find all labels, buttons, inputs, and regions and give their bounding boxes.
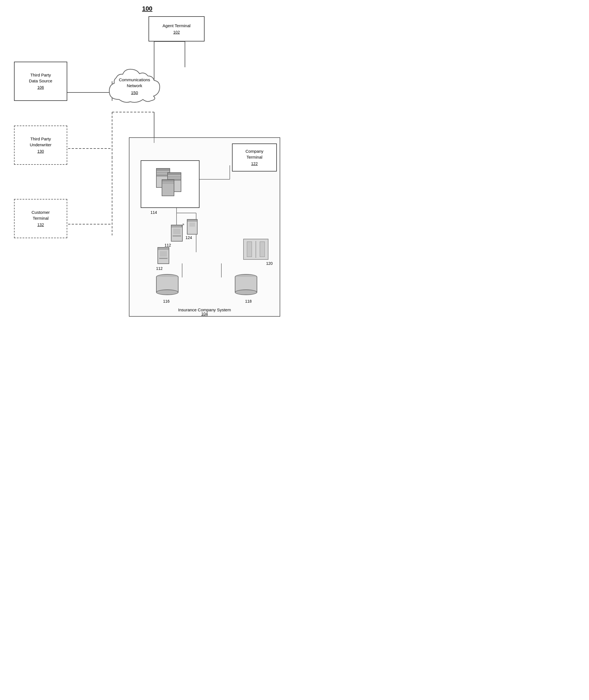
agent-terminal-ref: 102 bbox=[173, 30, 180, 35]
agent-terminal-label: Agent Terminal bbox=[163, 23, 191, 29]
node-112b-icon bbox=[158, 247, 169, 264]
database-118-ref-label: 118 bbox=[245, 299, 252, 304]
arrow-124: ↗ bbox=[180, 222, 185, 228]
third-party-underwriter-ref: 130 bbox=[37, 149, 44, 154]
company-terminal-box: CompanyTerminal 122 bbox=[232, 144, 277, 172]
third-party-data-source-ref: 106 bbox=[37, 85, 44, 91]
communications-network-cloud: Communications Network 150 bbox=[104, 63, 165, 109]
third-party-data-source-label: Third PartyData Source bbox=[29, 72, 52, 84]
database-118 bbox=[235, 274, 257, 295]
database-116-ref-label: 116 bbox=[163, 299, 170, 304]
node-112b-ref-label: 112 bbox=[156, 266, 163, 271]
company-terminal-label: CompanyTerminal bbox=[245, 148, 263, 160]
agent-terminal-box: Agent Terminal 102 bbox=[149, 16, 205, 41]
customer-terminal-box: CustomerTerminal 132 bbox=[14, 199, 67, 238]
node-120-icon bbox=[243, 239, 268, 260]
server-cluster-box bbox=[141, 160, 200, 208]
diagram-container: 100 Agent Terminal 102 Third PartyData S… bbox=[0, 0, 294, 350]
third-party-data-source-box: Third PartyData Source 106 bbox=[14, 62, 67, 101]
diagram-title: 100 bbox=[142, 5, 153, 12]
node-124-ref-label: 124 bbox=[186, 235, 192, 240]
insurance-company-system-box: CompanyTerminal 122 bbox=[129, 137, 280, 317]
customer-terminal-label: CustomerTerminal bbox=[31, 209, 50, 221]
insurance-company-ref: 104 bbox=[130, 312, 280, 316]
server-cluster-ref-label: 114 bbox=[151, 210, 157, 215]
third-party-underwriter-label: Third PartyUnderwriter bbox=[30, 136, 51, 148]
company-terminal-ref: 122 bbox=[251, 161, 257, 167]
database-116 bbox=[156, 274, 179, 295]
node-112a-ref-label: 112 bbox=[165, 243, 171, 247]
customer-terminal-ref: 132 bbox=[37, 222, 44, 228]
node-124-icon bbox=[187, 219, 198, 234]
third-party-underwriter-box: Third PartyUnderwriter 130 bbox=[14, 126, 67, 165]
node-120-ref-label: 120 bbox=[266, 261, 273, 266]
